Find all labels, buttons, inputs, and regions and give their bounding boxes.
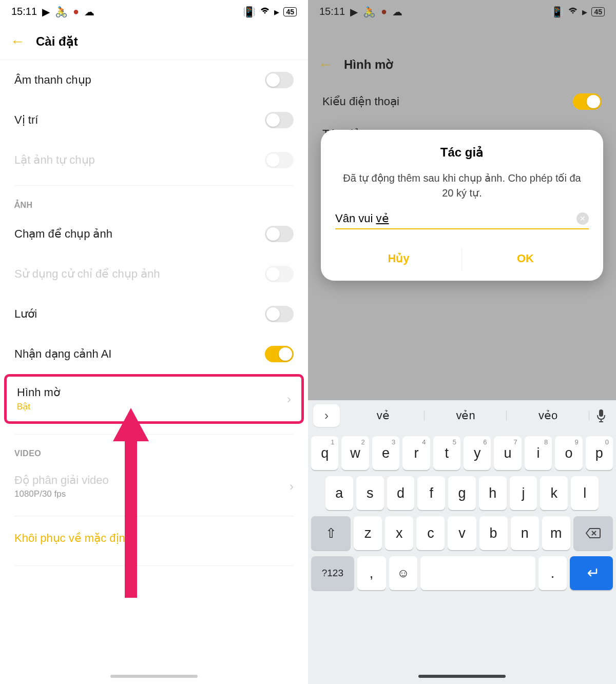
key-l[interactable]: l <box>571 476 599 510</box>
key-y[interactable]: y6 <box>464 436 491 470</box>
period-key[interactable]: . <box>538 556 567 590</box>
nav-pill[interactable] <box>110 675 198 678</box>
key-c[interactable]: c <box>416 516 445 550</box>
label-video-res: Độ phân giải video <box>14 474 109 487</box>
mic-icon[interactable] <box>591 409 611 422</box>
row-video-res: Độ phân giải video 1080P/30 fps › <box>0 462 308 511</box>
clear-input-icon[interactable]: ✕ <box>576 212 589 225</box>
key-a[interactable]: a <box>325 476 353 510</box>
nav-pill[interactable] <box>418 675 506 678</box>
section-video: VIDEO <box>0 435 308 462</box>
row-watermark[interactable]: Hình mờ Bật › <box>7 377 301 421</box>
key-b[interactable]: b <box>479 516 508 550</box>
restore-defaults[interactable]: Khôi phục về mặc định <box>0 516 308 560</box>
key-p[interactable]: p0 <box>586 436 613 470</box>
label-ai-scene: Nhận dạng cảnh AI <box>14 347 111 361</box>
shift-key[interactable]: ⇧ <box>311 516 351 550</box>
key-r[interactable]: r4 <box>402 436 430 470</box>
wifi-icon <box>568 6 578 17</box>
cloud-icon: ☁ <box>84 6 94 18</box>
watermark-author-screen: 15:11 ▶ 🚴 ● ☁ 📳 ▸ 45 ← Hình mờ Kiểu điện… <box>308 0 616 684</box>
row-flip-selfie: Lật ảnh tự chụp <box>0 140 308 180</box>
header: ← Cài đặt <box>0 23 308 60</box>
watermark-highlight: Hình mờ Bật › <box>4 374 304 424</box>
label-watermark: Hình mờ <box>17 386 60 399</box>
ok-button[interactable]: OK <box>462 244 589 275</box>
row-gesture-shoot: Sử dụng cử chỉ để chụp ảnh <box>0 254 308 294</box>
back-icon[interactable]: ← <box>318 56 333 73</box>
key-w[interactable]: w2 <box>341 436 369 470</box>
bike-icon: 🚴 <box>55 6 68 18</box>
key-i[interactable]: i8 <box>525 436 552 470</box>
suggestion-1[interactable]: vẻ <box>344 409 422 422</box>
emoji-key[interactable]: ☺ <box>389 556 418 590</box>
key-k[interactable]: k <box>540 476 568 510</box>
key-d[interactable]: d <box>387 476 415 510</box>
toggle-gesture-shoot <box>265 266 294 282</box>
numbers-key[interactable]: ?123 <box>311 556 354 590</box>
row-shutter-sound[interactable]: Âm thanh chụp <box>0 60 308 100</box>
expand-suggestions-icon[interactable]: › <box>313 404 340 427</box>
youtube-icon: ▶ <box>350 6 358 18</box>
battery-icon: 45 <box>591 7 605 16</box>
page-title: Hình mờ <box>344 57 393 72</box>
row-ai-scene[interactable]: Nhận dạng cảnh AI <box>0 334 308 374</box>
key-h[interactable]: h <box>479 476 507 510</box>
battery-icon: 45 <box>283 7 297 16</box>
toggle-location[interactable] <box>265 112 294 128</box>
section-photo: ẢNH <box>0 186 308 214</box>
cast-icon: ▸ <box>274 6 279 18</box>
key-x[interactable]: x <box>385 516 413 550</box>
cast-icon: ▸ <box>582 6 587 18</box>
status-time: 15:11 <box>11 6 37 17</box>
vibrate-icon: 📳 <box>551 6 564 18</box>
author-dialog: Tác giả Đã tự động thêm sau khi chụp ảnh… <box>321 130 603 281</box>
key-g[interactable]: g <box>448 476 476 510</box>
video-res-value: 1080P/30 fps <box>14 489 109 499</box>
comma-key[interactable]: , <box>357 556 386 590</box>
suggestion-2[interactable]: vẻn <box>427 409 505 422</box>
key-q[interactable]: q1 <box>311 436 338 470</box>
toggle-ai-scene[interactable] <box>265 346 294 362</box>
key-z[interactable]: z <box>354 516 382 550</box>
backspace-key[interactable] <box>573 516 613 550</box>
watermark-state: Bật <box>17 401 60 412</box>
row-tap-shoot[interactable]: Chạm để chụp ảnh <box>0 214 308 254</box>
key-f[interactable]: f <box>417 476 445 510</box>
space-key[interactable] <box>420 556 535 590</box>
row-location[interactable]: Vị trí <box>0 100 308 140</box>
row-grid[interactable]: Lưới <box>0 294 308 334</box>
key-v[interactable]: v <box>448 516 476 550</box>
toggle-phone-model[interactable] <box>573 93 602 110</box>
enter-key[interactable] <box>570 556 613 590</box>
key-e[interactable]: e3 <box>372 436 399 470</box>
dialog-title: Tác giả <box>335 145 589 160</box>
author-input[interactable]: Vân vui vẻ <box>335 212 576 225</box>
page-title: Cài đặt <box>36 34 78 49</box>
key-u[interactable]: u7 <box>494 436 521 470</box>
label-tap-shoot: Chạm để chụp ảnh <box>14 227 112 241</box>
header: ← Hình mờ <box>308 46 616 83</box>
status-time: 15:11 <box>319 6 345 17</box>
key-m[interactable]: m <box>542 516 570 550</box>
toggle-grid[interactable] <box>265 306 294 322</box>
chevron-right-icon: › <box>290 479 294 494</box>
cloud-icon: ☁ <box>392 6 402 18</box>
key-n[interactable]: n <box>511 516 539 550</box>
key-s[interactable]: s <box>356 476 384 510</box>
wifi-icon <box>260 6 270 17</box>
divider <box>14 565 294 566</box>
toggle-tap-shoot[interactable] <box>265 226 294 242</box>
label-phone-model: Kiểu điện thoại <box>322 95 399 108</box>
back-icon[interactable]: ← <box>10 33 25 50</box>
toggle-shutter-sound[interactable] <box>265 72 294 88</box>
key-o[interactable]: o9 <box>555 436 582 470</box>
row-phone-model[interactable]: Kiểu điện thoại <box>308 83 616 120</box>
youtube-icon: ▶ <box>42 6 50 18</box>
suggestion-3[interactable]: vẻo <box>509 409 587 422</box>
key-j[interactable]: j <box>510 476 537 510</box>
settings-screen: 15:11 ▶ 🚴 ● ☁ 📳 ▸ 45 ← Cài đặt Âm thanh … <box>0 0 308 684</box>
fire-icon: ● <box>73 6 79 17</box>
cancel-button[interactable]: Hủy <box>335 244 462 275</box>
key-t[interactable]: t5 <box>433 436 460 470</box>
